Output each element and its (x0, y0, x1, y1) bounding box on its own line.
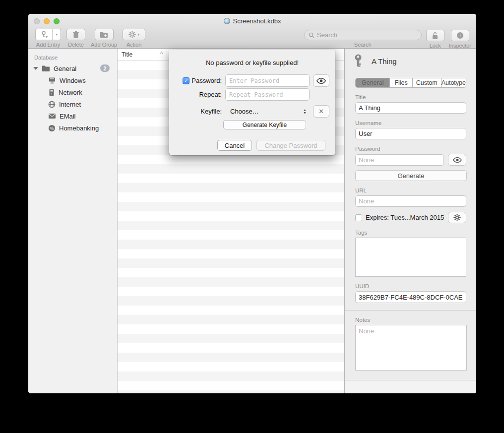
inspector-header: A Thing (352, 54, 476, 68)
clear-keyfile-button[interactable]: ✕ (313, 105, 329, 118)
cancel-button[interactable]: Cancel (217, 140, 252, 151)
keyfile-value: Choose… (230, 108, 259, 115)
password-row: ✓ Password: (179, 74, 335, 87)
svg-text:%: % (50, 125, 54, 130)
eye-icon (452, 157, 462, 163)
trash-icon (72, 31, 79, 39)
sidebar-item-email[interactable]: EMail (28, 110, 117, 122)
password-input[interactable] (355, 154, 444, 166)
keyfile-popup[interactable]: Choose… ▲ ▼ (225, 108, 310, 115)
reveal-password-button[interactable] (313, 74, 329, 87)
percent-icon: % (48, 124, 56, 132)
sidebar-item-internet[interactable]: Internet (28, 98, 117, 110)
add-group-button[interactable] (95, 29, 114, 40)
username-input[interactable] (355, 128, 466, 139)
gear-icon (128, 31, 136, 38)
tab-general[interactable]: General (356, 78, 390, 87)
tab-autotype[interactable]: Autotype (441, 78, 466, 87)
notes-field-label: Notes (355, 317, 466, 323)
tab-files[interactable]: Files (390, 78, 412, 87)
action-button[interactable]: ▾ (123, 29, 145, 40)
generate-keyfile-button[interactable]: Generate Keyfile (223, 120, 306, 129)
desktop-background: Screenshot.kdbx ▾ Add Entry (0, 0, 504, 433)
password-input[interactable] (225, 74, 310, 87)
expires-checkbox[interactable] (355, 214, 362, 221)
stepper-icon[interactable]: ▲ ▼ (303, 109, 307, 115)
inspector-label: Inspector (449, 43, 471, 49)
uuid-field-label: UUID (355, 283, 466, 289)
window-chrome: Screenshot.kdbx ▾ Add Entry (28, 14, 476, 49)
gear-icon (453, 214, 461, 221)
delete-button[interactable] (66, 29, 85, 40)
sidebar-item-network[interactable]: Network (28, 86, 117, 98)
sheet-actions: Cancel Change Password (217, 140, 335, 151)
column-divider[interactable] (167, 50, 167, 59)
reveal-password-button[interactable] (448, 154, 466, 166)
change-password-button[interactable]: Change Password (256, 140, 325, 151)
chevron-down-icon[interactable]: ▾ (53, 29, 61, 40)
inspector-panel: A Thing General Files Custom Autotype Ti… (344, 49, 476, 393)
action-item: ▾ Action (123, 27, 145, 49)
sidebar-item-homebanking[interactable]: % Homebanking (28, 122, 117, 134)
repeat-label: Repeat: (199, 91, 222, 98)
expires-label: Expires: Tues...March 2015 (366, 214, 444, 221)
keyfile-row: Keyfile: Choose… ▲ ▼ ✕ (179, 105, 335, 118)
toolbar-right: Search Lock i Inspector (304, 27, 471, 49)
inspector-item: i Inspector (449, 27, 471, 49)
lock-button[interactable] (426, 30, 444, 41)
expires-settings-button[interactable] (448, 212, 466, 223)
section-divider (345, 310, 476, 310)
sidebar-item-general[interactable]: General 2 (28, 62, 117, 74)
sidebar-item-label: Homebanking (59, 124, 99, 132)
password-field-label: Password (355, 146, 466, 152)
lock-item: Lock (426, 27, 444, 49)
disclosure-triangle-icon[interactable] (33, 67, 38, 70)
search-field[interactable] (304, 30, 422, 40)
inspector-footer (345, 380, 476, 393)
inspector-button[interactable]: i (451, 30, 469, 41)
sidebar-item-windows[interactable]: Windows (28, 74, 117, 86)
sidebar-item-label: Network (59, 89, 82, 96)
repeat-input[interactable] (225, 88, 310, 101)
add-group-item: Add Group (91, 27, 117, 49)
title-input[interactable] (355, 102, 466, 114)
titlebar: Screenshot.kdbx (28, 14, 476, 27)
uuid-input[interactable] (355, 291, 466, 303)
password-checkbox[interactable]: ✓ (183, 77, 189, 84)
folder-icon (42, 65, 50, 72)
url-field-label: URL (355, 187, 466, 193)
mail-icon (48, 113, 56, 119)
password-label: Password: (191, 77, 222, 84)
sidebar-section-header: Database (28, 53, 117, 62)
delete-item: Delete (66, 27, 85, 49)
keyfile-label: Keyfile: (200, 108, 222, 115)
sheet-message: No password or keyfile supplied! (169, 50, 335, 66)
tags-box[interactable] (355, 238, 466, 277)
tab-custom[interactable]: Custom (413, 78, 441, 87)
count-badge: 2 (100, 64, 110, 72)
add-group-label: Add Group (91, 42, 117, 48)
eye-icon (316, 77, 326, 84)
inspector-tabs: General Files Custom Autotype (355, 78, 466, 88)
search-input[interactable] (317, 31, 417, 39)
close-x-icon: ✕ (318, 108, 324, 115)
add-entry-item: ▾ Add Entry (35, 27, 61, 49)
entry-title: A Thing (372, 57, 397, 65)
sidebar: Database General 2 Windows Network (28, 49, 118, 393)
column-header-title[interactable]: Title (122, 51, 132, 58)
generate-password-button[interactable]: Generate (355, 170, 467, 181)
repeat-row: Repeat: (179, 88, 335, 101)
sort-ascending-icon: ^ (160, 51, 163, 57)
title-field-label: Title (355, 94, 466, 100)
app-window: Screenshot.kdbx ▾ Add Entry (28, 14, 476, 393)
search-icon (309, 32, 315, 38)
notes-textarea[interactable] (355, 325, 467, 371)
url-input[interactable] (355, 195, 466, 207)
globe-icon (48, 101, 56, 108)
server-icon (48, 89, 55, 96)
sidebar-item-label: Windows (60, 77, 86, 84)
folder-plus-icon (100, 31, 108, 38)
unlock-icon (432, 32, 439, 40)
windows-icon (48, 77, 56, 84)
add-entry-button[interactable]: ▾ (35, 29, 61, 40)
